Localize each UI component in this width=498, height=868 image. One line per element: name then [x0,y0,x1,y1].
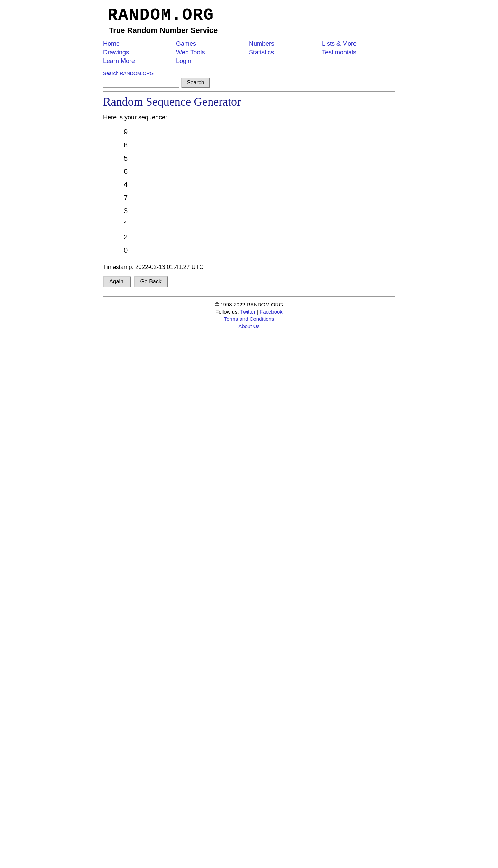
go-back-button[interactable]: Go Back [134,276,167,287]
timestamp: Timestamp: 2022-02-13 01:41:27 UTC [103,264,395,271]
sequence-item: 2 [124,230,395,244]
again-button[interactable]: Again! [103,276,131,287]
nav-testimonials[interactable]: Testimonials [322,49,395,56]
sequence-item: 4 [124,178,395,191]
action-buttons: Again! Go Back [103,276,395,287]
nav-drawings[interactable]: Drawings [103,49,176,56]
page-title: Random Sequence Generator [103,95,395,108]
sequence-intro: Here is your sequence: [103,114,395,121]
nav-col-3: Numbers Statistics [249,40,322,65]
footer-follow: Follow us: Twitter | Facebook [103,309,395,315]
search-input[interactable] [103,78,179,88]
facebook-link[interactable]: Facebook [260,309,283,315]
sequence-item: 8 [124,138,395,152]
nav-learn-more[interactable]: Learn More [103,57,176,65]
sequence-list: 9856473120 [124,125,395,257]
footer-copyright: © 1998-2022 RANDOM.ORG [103,301,395,307]
sequence-item: 6 [124,165,395,178]
twitter-link[interactable]: Twitter [240,309,256,315]
footer-terms: Terms and Conditions [103,316,395,322]
nav-home[interactable]: Home [103,40,176,47]
search-button[interactable]: Search [181,78,210,88]
search-label: Search RANDOM.ORG [103,71,395,76]
nav-col-1: Home Drawings Learn More [103,40,176,65]
logo: RANDOM.ORG [108,6,390,25]
footer-about: About Us [103,323,395,329]
about-link[interactable]: About Us [238,323,260,329]
terms-link[interactable]: Terms and Conditions [224,316,274,322]
footer: © 1998-2022 RANDOM.ORG Follow us: Twitte… [103,296,395,333]
nav-col-2: Games Web Tools Login [176,40,249,65]
nav-lists-more[interactable]: Lists & More [322,40,395,47]
sequence-item: 9 [124,125,395,138]
search-area: Search RANDOM.ORG Search [103,67,395,92]
tagline: True Random Number Service [108,26,390,35]
header: RANDOM.ORG True Random Number Service [103,3,395,38]
search-form: Search [103,78,395,88]
nav-numbers[interactable]: Numbers [249,40,322,47]
navigation: Home Drawings Learn More Games Web Tools… [103,38,395,67]
nav-col-4: Lists & More Testimonials [322,40,395,65]
separator: | [256,309,260,315]
sequence-item: 5 [124,152,395,165]
sequence-item: 3 [124,204,395,217]
sequence-item: 1 [124,217,395,230]
sequence-item: 7 [124,191,395,204]
nav-games[interactable]: Games [176,40,249,47]
follow-prefix: Follow us: [215,309,240,315]
nav-statistics[interactable]: Statistics [249,49,322,56]
nav-web-tools[interactable]: Web Tools [176,49,249,56]
sequence-item: 0 [124,244,395,257]
nav-login[interactable]: Login [176,57,249,65]
main-content: Random Sequence Generator Here is your s… [103,92,395,296]
